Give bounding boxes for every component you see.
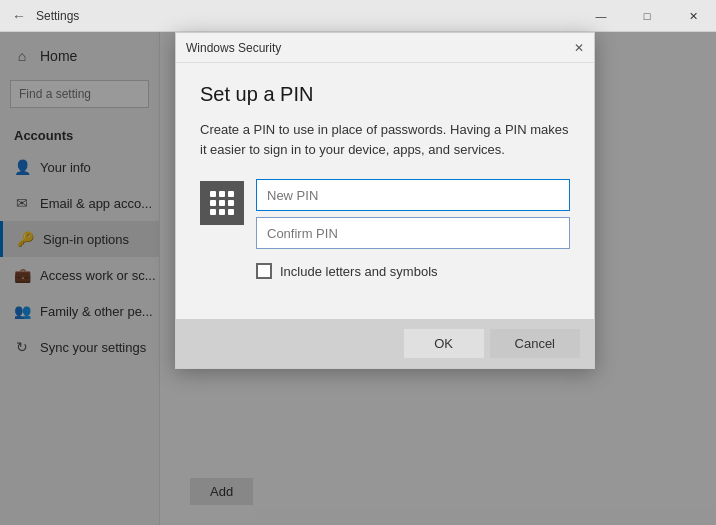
dialog-heading: Set up a PIN — [200, 83, 570, 106]
minimize-button[interactable]: — — [578, 0, 624, 32]
pin-dot — [210, 200, 216, 206]
pin-dot — [228, 209, 234, 215]
ok-button[interactable]: OK — [404, 329, 484, 358]
pin-keypad-icon — [200, 181, 244, 225]
checkbox-row: Include letters and symbols — [200, 263, 570, 279]
close-button[interactable]: ✕ — [670, 0, 716, 32]
dialog-content: Set up a PIN Create a PIN to use in plac… — [176, 63, 594, 319]
cancel-button[interactable]: Cancel — [490, 329, 580, 358]
pin-dot — [228, 200, 234, 206]
pin-dot — [228, 191, 234, 197]
pin-fields-container — [256, 179, 570, 249]
dialog-footer: OK Cancel — [176, 319, 594, 368]
pin-dot — [210, 209, 216, 215]
checkbox-label: Include letters and symbols — [280, 264, 438, 279]
pin-dot — [219, 191, 225, 197]
confirm-pin-input[interactable] — [256, 217, 570, 249]
maximize-button[interactable]: □ — [624, 0, 670, 32]
title-bar: ← Settings — □ ✕ — [0, 0, 716, 32]
include-symbols-checkbox[interactable] — [256, 263, 272, 279]
pin-input-area — [200, 179, 570, 249]
pin-grid — [210, 191, 234, 215]
dialog-description: Create a PIN to use in place of password… — [200, 120, 570, 159]
pin-dot — [210, 191, 216, 197]
dialog-close-button[interactable]: ✕ — [564, 33, 594, 63]
pin-dot — [219, 209, 225, 215]
back-icon[interactable]: ← — [12, 8, 26, 24]
pin-dot — [219, 200, 225, 206]
dialog-titlebar: Windows Security ✕ — [176, 33, 594, 63]
windows-security-dialog: Windows Security ✕ Set up a PIN Create a… — [175, 32, 595, 369]
dialog-title-text: Windows Security — [186, 41, 281, 55]
new-pin-input[interactable] — [256, 179, 570, 211]
window-controls: — □ ✕ — [578, 0, 716, 32]
